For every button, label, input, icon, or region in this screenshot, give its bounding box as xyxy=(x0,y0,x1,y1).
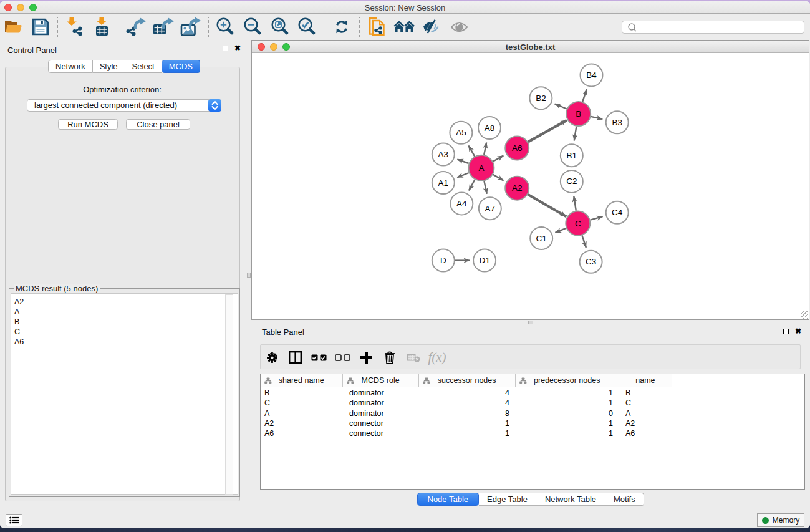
svg-text:A6: A6 xyxy=(512,143,523,153)
svg-text:A8: A8 xyxy=(485,123,495,133)
svg-text:B4: B4 xyxy=(586,70,597,80)
svg-text:C4: C4 xyxy=(612,208,623,217)
svg-text:B: B xyxy=(576,109,581,118)
svg-text:D1: D1 xyxy=(479,256,489,265)
svg-text:A1: A1 xyxy=(438,178,449,188)
svg-text:B1: B1 xyxy=(567,151,577,160)
svg-text:A2: A2 xyxy=(512,183,523,193)
svg-text:A3: A3 xyxy=(438,150,449,159)
svg-text:D: D xyxy=(440,256,446,265)
svg-text:A4: A4 xyxy=(456,199,467,208)
svg-text:C3: C3 xyxy=(586,257,596,266)
svg-text:C2: C2 xyxy=(566,177,577,186)
svg-text:A5: A5 xyxy=(456,128,466,137)
svg-text:C1: C1 xyxy=(536,234,547,243)
svg-text:A7: A7 xyxy=(485,204,496,213)
svg-text:C: C xyxy=(575,219,581,228)
svg-text:B3: B3 xyxy=(612,118,622,127)
svg-text:A: A xyxy=(478,163,484,173)
svg-text:B2: B2 xyxy=(536,94,546,103)
